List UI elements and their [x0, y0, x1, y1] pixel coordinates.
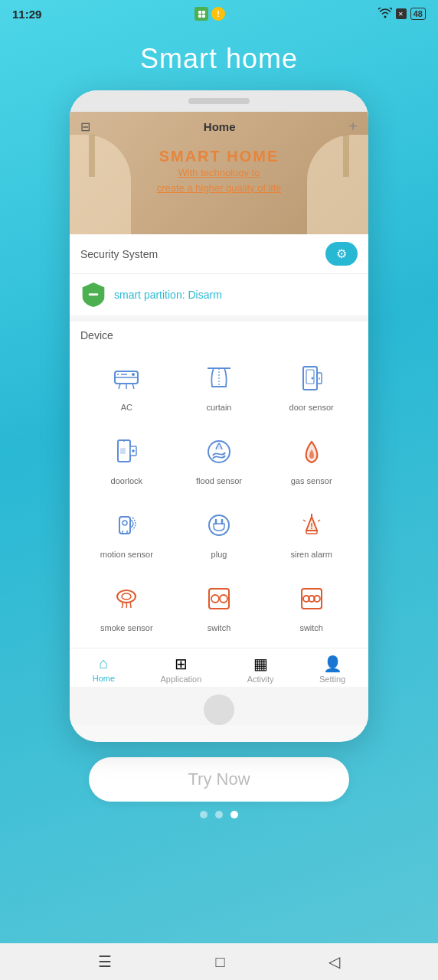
security-section: Security System ⚙: [70, 234, 368, 274]
switch1-icon-wrap: [199, 579, 239, 619]
gas-sensor-icon: [296, 436, 328, 468]
device-item-plug[interactable]: plug: [173, 498, 266, 567]
x-icon: ✕: [396, 8, 407, 19]
switch1-icon: [203, 583, 235, 615]
device-item-switch2[interactable]: switch: [265, 571, 358, 640]
android-home-btn[interactable]: □: [215, 953, 224, 971]
svg-rect-16: [306, 370, 314, 384]
phone-mockup: ⊟ Home + SMART HOME With technology tocr…: [70, 90, 368, 742]
security-settings-button[interactable]: ⚙: [325, 242, 358, 266]
security-label: Security System: [80, 248, 158, 260]
nav-application[interactable]: ⊞ Application: [160, 655, 201, 684]
application-nav-icon: ⊞: [175, 655, 188, 673]
app-icon: [194, 7, 208, 21]
nav-activity[interactable]: ▦ Activity: [247, 655, 274, 684]
plug-label: plug: [211, 550, 227, 559]
battery-icon: 48: [410, 8, 426, 20]
switch2-label: switch: [299, 623, 323, 632]
dot-3[interactable]: [230, 811, 238, 818]
home-nav-label: Home: [93, 674, 115, 683]
gas-sensor-label: gas sensor: [291, 476, 332, 485]
device-item-gas-sensor[interactable]: gas sensor: [265, 424, 358, 493]
banner-header: ⊟ Home +: [70, 112, 368, 142]
device-label: Device: [80, 329, 358, 341]
siren-alarm-label: siren alarm: [290, 550, 332, 559]
activity-nav-icon: ▦: [253, 655, 268, 673]
svg-point-17: [311, 377, 313, 380]
svg-line-9: [132, 384, 134, 389]
svg-rect-45: [302, 589, 322, 609]
device-item-motion-sensor[interactable]: motion sensor: [80, 498, 173, 567]
svg-point-10: [132, 373, 135, 376]
add-icon[interactable]: +: [348, 118, 358, 136]
device-item-curtain[interactable]: curtain: [173, 351, 266, 420]
svg-rect-37: [306, 531, 317, 534]
flood-sensor-label: flood sensor: [196, 476, 242, 485]
menu-icon[interactable]: ⊟: [80, 119, 90, 134]
application-nav-label: Application: [160, 675, 201, 684]
curtain-label: curtain: [206, 403, 231, 412]
doorlock-icon: [110, 436, 142, 468]
shield-icon: [80, 282, 106, 308]
device-item-flood-sensor[interactable]: flood sensor: [173, 424, 266, 493]
android-back-btn[interactable]: ◁: [328, 952, 340, 971]
svg-line-7: [119, 384, 120, 389]
device-item-siren-alarm[interactable]: siren alarm: [265, 498, 358, 567]
svg-point-31: [209, 515, 229, 535]
ac-icon-wrap: [106, 358, 146, 398]
lamp-pole-left: [89, 135, 95, 177]
door-sensor-label: door sensor: [289, 403, 334, 412]
gear-icon: ⚙: [336, 247, 347, 261]
curtain-icon: [203, 362, 235, 394]
setting-nav-icon: 👤: [323, 655, 342, 673]
device-item-ac[interactable]: AC: [80, 351, 173, 420]
curtain-icon-wrap: [199, 358, 239, 398]
phone-home-button[interactable]: [204, 694, 234, 725]
status-bar: 11:29 ! ✕ 48: [0, 0, 438, 28]
warning-icon: !: [211, 7, 225, 21]
device-grid: AC curtain: [80, 351, 358, 640]
phone-speaker: [188, 98, 250, 104]
nav-setting[interactable]: 👤 Setting: [319, 655, 345, 684]
svg-point-39: [311, 528, 312, 529]
siren-alarm-icon: [296, 509, 328, 541]
device-item-doorlock[interactable]: doorlock: [80, 424, 173, 493]
svg-point-41: [122, 593, 131, 599]
door-sensor-icon: [296, 362, 328, 394]
doorlock-label: doorlock: [111, 476, 143, 485]
svg-line-36: [318, 520, 320, 521]
nav-home[interactable]: ⌂ Home: [93, 655, 115, 684]
svg-rect-0: [198, 11, 201, 14]
status-right: ✕ 48: [378, 8, 426, 21]
svg-rect-4: [89, 293, 99, 296]
android-nav: ☰ □ ◁: [0, 943, 438, 980]
switch2-icon-wrap: [292, 579, 332, 619]
switch1-label: switch: [208, 623, 231, 632]
device-item-switch1[interactable]: switch: [173, 571, 266, 640]
home-nav-icon: ⌂: [99, 655, 108, 672]
status-time: 11:29: [12, 8, 41, 21]
device-item-smoke-sensor[interactable]: smoke sensor: [80, 571, 173, 640]
svg-rect-24: [120, 448, 126, 454]
banner-title: Home: [204, 120, 236, 133]
page-title: Smart home: [0, 43, 438, 75]
try-now-button[interactable]: Try Now: [89, 757, 349, 802]
setting-nav-label: Setting: [319, 675, 345, 684]
motion-sensor-label: motion sensor: [100, 550, 153, 559]
flood-sensor-icon-wrap: [199, 432, 239, 472]
banner: ⊟ Home + SMART HOME With technology tocr…: [70, 112, 368, 234]
svg-point-44: [220, 595, 227, 603]
device-item-door-sensor[interactable]: door sensor: [265, 351, 358, 420]
dot-1[interactable]: [200, 811, 208, 818]
siren-alarm-icon-wrap: [292, 505, 332, 545]
android-menu-btn[interactable]: ☰: [98, 952, 112, 971]
dot-2[interactable]: [215, 811, 223, 818]
motion-sensor-icon-wrap: [106, 505, 146, 545]
ac-icon: [110, 362, 142, 394]
activity-nav-label: Activity: [247, 675, 274, 684]
svg-point-28: [123, 521, 127, 525]
svg-line-35: [303, 520, 306, 521]
smoke-sensor-icon: [110, 583, 142, 615]
gas-sensor-icon-wrap: [292, 432, 332, 472]
device-section: Device: [70, 322, 368, 648]
